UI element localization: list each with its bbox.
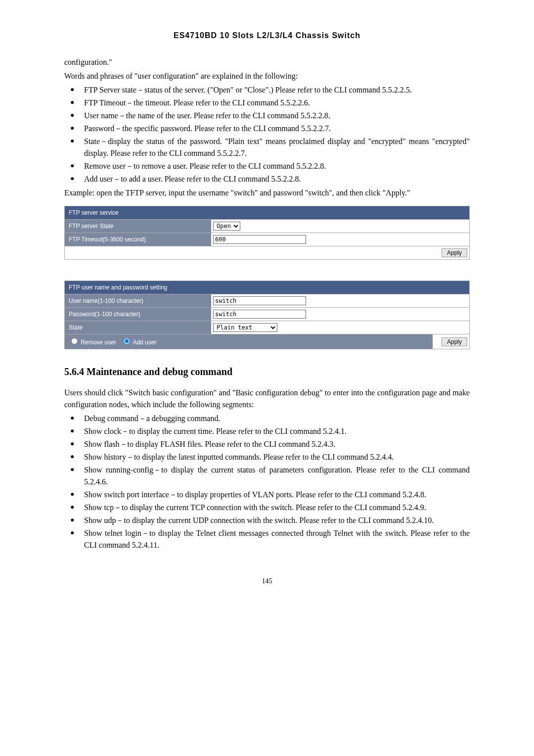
apply-button[interactable]: Apply [442,248,467,257]
list-item: FTP Timeout－the timeout. Please refer to… [64,97,470,109]
add-user-label: Add user [133,339,156,346]
ftp-timeout-label: FTP Timeout(5-3600 second) [65,233,211,246]
add-user-radio-input[interactable] [124,338,130,344]
list-item: Password－the specific password. Please r… [64,123,470,135]
remove-user-radio[interactable]: Remove user [69,336,116,347]
user-name-input[interactable] [213,296,306,305]
add-user-radio[interactable]: Add user [121,336,157,347]
para-words: Words and phrases of "user configuration… [64,70,470,82]
list-item: Show tcp－to display the current TCP conn… [64,502,470,514]
list-item: Show telnet login－to display the Telnet … [64,527,470,551]
ftp-timeout-input[interactable] [213,235,306,244]
ftp-user-password-form: FTP user name and password setting User … [64,281,470,349]
form-title: FTP user name and password setting [65,281,469,294]
list-item: Show running-config－to display the curre… [64,464,470,488]
list-item: Show history－to display the latest input… [64,451,470,463]
user-name-label: User name(1-100 character) [65,294,211,307]
ftp-server-service-form: FTP server service FTP server State Open… [64,206,470,260]
state-select[interactable]: Plain text [213,323,277,332]
doc-header: ES4710BD 10 Slots L2/L3/L4 Chassis Switc… [64,30,470,42]
form-title: FTP server service [65,206,469,219]
ftp-server-state-select[interactable]: Open [213,222,240,231]
para-users: Users should click "Switch basic configu… [64,387,470,411]
list-item: Show clock－to display the current time. … [64,425,470,437]
list-item: Show switch port interface－to display pr… [64,489,470,501]
para-configuration: configuration." [64,56,470,68]
page-number: 145 [64,576,470,586]
password-input[interactable] [213,310,306,319]
list-item: Show udp－to display the current UDP conn… [64,515,470,526]
remove-user-label: Remove user [81,339,116,346]
list-item: Remove user－to remove a user. Please ref… [64,160,470,172]
password-label: Password(1-100 character) [65,308,211,321]
para-example: Example: open the TFTP server, input the… [64,187,470,199]
list-item: Show flash－to display FLASH files. Pleas… [64,438,470,450]
bullet-list-2: Debug command－a debugging command. Show … [64,413,470,551]
section-heading: 5.6.4 Maintenance and debug command [64,364,470,379]
state-label: State [65,321,211,334]
list-item: State－display the status of the password… [64,136,470,159]
remove-user-radio-input[interactable] [71,338,78,344]
ftp-server-state-label: FTP server State [65,220,211,233]
list-item: User name－the name of the user. Please r… [64,110,470,122]
apply-button[interactable]: Apply [442,337,467,346]
list-item: Add user－to add a user. Please refer to … [64,173,470,185]
bullet-list-1: FTP Server state－status of the server. (… [64,84,470,185]
list-item: FTP Server state－status of the server. (… [64,84,470,96]
list-item: Debug command－a debugging command. [64,413,470,425]
